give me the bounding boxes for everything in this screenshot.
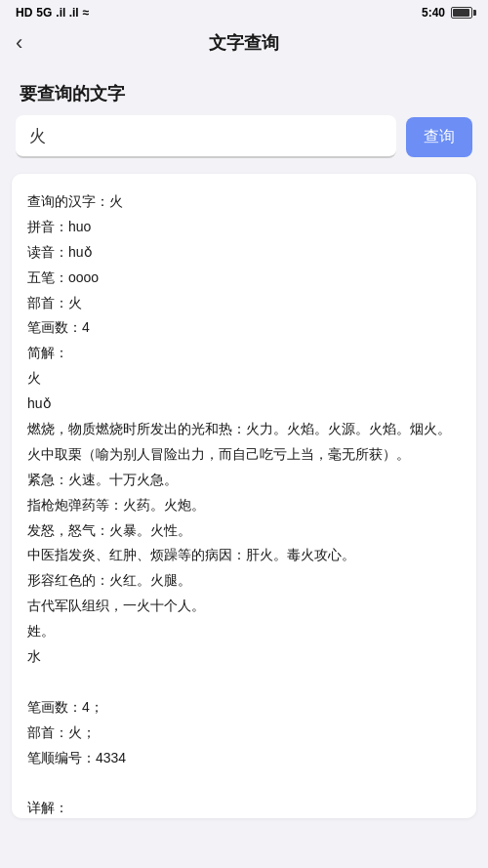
result-line: 详解：	[27, 796, 461, 818]
result-line: 水	[27, 644, 461, 670]
status-left: HD 5G .il .il ≈	[16, 6, 89, 20]
result-line: 查询的汉字：火	[27, 189, 461, 215]
status-right: 5:40	[422, 6, 472, 20]
result-line: 简解：	[27, 341, 461, 366]
battery-fill	[453, 9, 469, 17]
result-line: 古代军队组织，一火十个人。	[27, 594, 461, 619]
search-input[interactable]	[16, 115, 396, 158]
signal-bars: .il .il	[56, 6, 78, 20]
result-line: 读音：huǒ	[27, 240, 461, 266]
result-line: 部首：火	[27, 291, 461, 316]
result-line: 五笔：oooo	[27, 266, 461, 291]
result-line: 形容红色的：火红。火腿。	[27, 568, 461, 594]
result-line	[27, 770, 461, 796]
battery-icon	[451, 7, 472, 19]
result-line: 笔画数：4；	[27, 695, 461, 721]
result-line: 笔顺编号：4334	[27, 746, 461, 771]
time-display: 5:40	[422, 6, 445, 20]
result-line: 紧急：火速。十万火急。	[27, 468, 461, 493]
result-line: 拼音：huo	[27, 215, 461, 240]
network-type: 5G	[36, 6, 52, 20]
result-line: 燃烧，物质燃烧时所发出的光和热：火力。火焰。火源。火焰。烟火。火中取栗（喻为别人…	[27, 417, 461, 468]
search-row: 查询	[0, 115, 488, 174]
result-line: 发怒，怒气：火暴。火性。	[27, 518, 461, 544]
result-line: 部首：火；	[27, 721, 461, 746]
nav-bar: ‹ 文字查询	[0, 23, 488, 66]
page-title: 文字查询	[209, 31, 279, 55]
back-button[interactable]: ‹	[16, 30, 22, 56]
result-line	[27, 670, 461, 695]
status-bar: HD 5G .il .il ≈ 5:40	[0, 0, 488, 23]
result-line: 笔画数：4	[27, 315, 461, 341]
result-line: 姓。	[27, 619, 461, 644]
result-line: 指枪炮弹药等：火药。火炮。	[27, 493, 461, 518]
result-line: 火	[27, 366, 461, 392]
result-line: 中医指发炎、红肿、烦躁等的病因：肝火。毒火攻心。	[27, 543, 461, 568]
result-card: 查询的汉字：火拼音：huo读音：huǒ五笔：oooo部首：火笔画数：4简解：火h…	[12, 174, 476, 818]
signal-text: HD	[16, 6, 32, 20]
wifi-icon: ≈	[83, 6, 90, 20]
result-line: huǒ	[27, 392, 461, 417]
search-button[interactable]: 查询	[406, 117, 472, 157]
section-label: 要查询的文字	[0, 66, 488, 115]
